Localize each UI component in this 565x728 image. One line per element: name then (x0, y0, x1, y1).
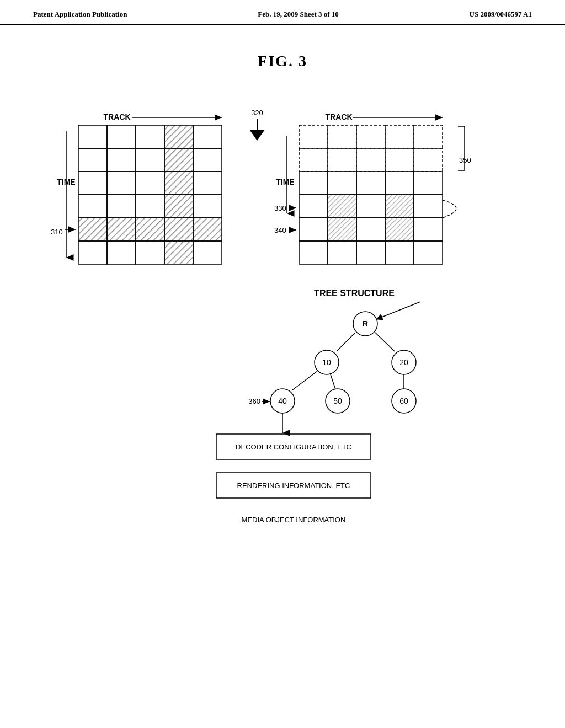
svg-rect-45 (385, 148, 414, 172)
svg-rect-51 (414, 172, 443, 195)
svg-rect-6 (107, 148, 136, 172)
label-360: 360 (248, 397, 260, 405)
svg-rect-13 (164, 172, 193, 195)
svg-rect-60 (385, 218, 414, 241)
svg-rect-19 (193, 195, 222, 218)
svg-rect-57 (299, 218, 328, 241)
node-40: 40 (278, 397, 287, 405)
node-20: 20 (399, 358, 408, 367)
svg-rect-40 (385, 125, 414, 148)
svg-rect-59 (356, 218, 385, 241)
svg-rect-23 (164, 218, 193, 241)
svg-rect-22 (136, 218, 164, 241)
svg-rect-12 (136, 172, 164, 195)
node-60: 60 (399, 397, 408, 405)
label-310: 310 (51, 228, 63, 236)
svg-rect-3 (164, 125, 193, 148)
svg-rect-42 (299, 148, 328, 172)
label-320: 320 (251, 109, 263, 117)
right-track-label: TRACK (326, 113, 353, 121)
svg-rect-26 (107, 241, 136, 264)
svg-rect-14 (193, 172, 222, 195)
svg-rect-37 (299, 125, 328, 148)
svg-rect-61 (414, 218, 443, 241)
label-350: 350 (459, 156, 471, 164)
svg-line-74 (379, 302, 420, 318)
svg-rect-46 (414, 148, 443, 172)
svg-line-78 (375, 333, 395, 351)
svg-rect-21 (107, 218, 136, 241)
svg-rect-17 (136, 195, 164, 218)
svg-rect-63 (328, 241, 356, 264)
svg-rect-49 (356, 172, 385, 195)
svg-rect-9 (193, 148, 222, 172)
svg-rect-27 (136, 241, 164, 264)
svg-rect-20 (78, 218, 107, 241)
svg-rect-39 (356, 125, 385, 148)
svg-rect-16 (107, 195, 136, 218)
svg-rect-64 (356, 241, 385, 264)
svg-rect-4 (193, 125, 222, 148)
page-header: Patent Application Publication Feb. 19, … (0, 0, 565, 25)
right-time-label: TIME (276, 178, 294, 186)
svg-rect-62 (299, 241, 328, 264)
main-content: FIG. 3 (0, 25, 565, 668)
svg-rect-54 (356, 195, 385, 218)
node-r: R (363, 319, 368, 328)
svg-line-82 (292, 371, 317, 390)
svg-rect-5 (78, 148, 107, 172)
left-track-label: TRACK (104, 113, 131, 121)
svg-rect-0 (78, 125, 107, 148)
figure-title: FIG. 3 (33, 52, 532, 70)
node-50: 50 (333, 397, 342, 405)
svg-rect-15 (78, 195, 107, 218)
svg-rect-2 (136, 125, 164, 148)
svg-rect-48 (328, 172, 356, 195)
svg-rect-47 (299, 172, 328, 195)
header-publication: Patent Application Publication (33, 10, 127, 19)
diagram-svg: TRACK TIME 310 (45, 92, 520, 655)
svg-rect-53 (328, 195, 356, 218)
svg-rect-44 (356, 148, 385, 172)
svg-marker-72 (249, 130, 265, 141)
svg-rect-29 (193, 241, 222, 264)
svg-rect-18 (164, 195, 193, 218)
header-patent-number: US 2009/0046597 A1 (470, 10, 532, 19)
diagram-container: TRACK TIME 310 (45, 92, 520, 657)
svg-rect-66 (414, 241, 443, 264)
svg-rect-41 (414, 125, 443, 148)
node-10: 10 (322, 358, 331, 367)
svg-rect-38 (328, 125, 356, 148)
svg-rect-52 (299, 195, 328, 218)
svg-rect-58 (328, 218, 356, 241)
svg-rect-8 (164, 148, 193, 172)
box-media-object: MEDIA OBJECT INFORMATION (242, 516, 346, 524)
svg-rect-10 (78, 172, 107, 195)
svg-rect-56 (414, 195, 443, 218)
svg-rect-7 (136, 148, 164, 172)
svg-rect-50 (385, 172, 414, 195)
svg-rect-24 (193, 218, 222, 241)
svg-line-77 (337, 333, 355, 351)
svg-rect-55 (385, 195, 414, 218)
svg-line-83 (330, 373, 335, 389)
box-decoder: DECODER CONFIGURATION, ETC (236, 443, 351, 451)
header-date-sheet: Feb. 19, 2009 Sheet 3 of 10 (258, 10, 339, 19)
tree-structure-label: TREE STRUCTURE (314, 288, 395, 298)
svg-rect-65 (385, 241, 414, 264)
svg-rect-28 (164, 241, 193, 264)
svg-rect-11 (107, 172, 136, 195)
svg-rect-43 (328, 148, 356, 172)
box-rendering: RENDERING INFORMATION, ETC (237, 481, 350, 490)
svg-rect-1 (107, 125, 136, 148)
label-340: 340 (274, 226, 286, 234)
label-330: 330 (274, 204, 286, 212)
svg-rect-25 (78, 241, 107, 264)
